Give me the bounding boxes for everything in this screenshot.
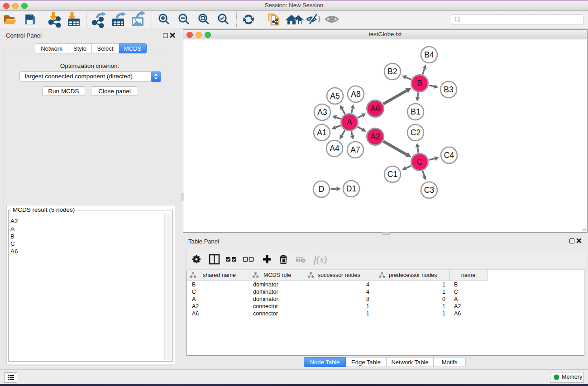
svg-text:A1: A1 [317, 128, 326, 137]
svg-text:C4: C4 [444, 151, 454, 160]
svg-text:A6: A6 [370, 104, 380, 113]
svg-text:B4: B4 [424, 50, 434, 59]
svg-text:A8: A8 [351, 90, 360, 99]
svg-text:A3: A3 [317, 108, 327, 117]
svg-text:C2: C2 [411, 128, 421, 137]
svg-text:D: D [319, 185, 325, 194]
svg-text:C: C [417, 157, 423, 167]
svg-text:A7: A7 [350, 145, 360, 154]
svg-text:f(x): f(x) [314, 254, 327, 265]
svg-text:D1: D1 [346, 184, 356, 193]
svg-text:B2: B2 [387, 67, 397, 76]
svg-text:C3: C3 [424, 186, 434, 195]
svg-text:A5: A5 [330, 91, 339, 100]
svg-text:B: B [417, 79, 422, 88]
svg-text:B3: B3 [444, 85, 453, 94]
svg-text:A4: A4 [330, 144, 339, 153]
svg-text:B1: B1 [411, 107, 420, 116]
svg-text:A: A [347, 118, 352, 127]
svg-text:C1: C1 [387, 170, 397, 179]
svg-text:A2: A2 [370, 132, 380, 141]
